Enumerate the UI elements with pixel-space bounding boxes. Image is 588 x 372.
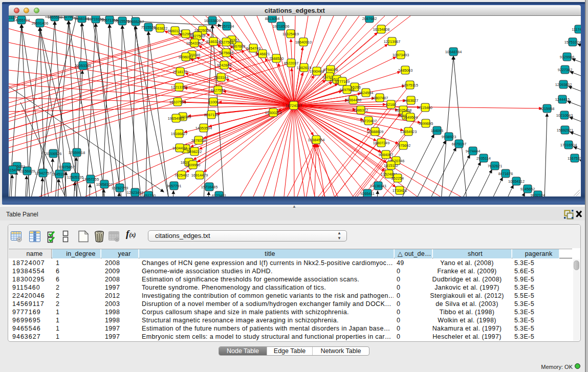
svg-text:9896012: 9896012 [179,55,193,59]
svg-text:252254: 252254 [391,176,404,181]
svg-text:1990448: 1990448 [310,69,324,74]
svg-text:10648784: 10648784 [445,50,462,54]
svg-text:2803144: 2803144 [214,75,228,80]
svg-text:1733426: 1733426 [393,188,407,193]
svg-text:7485063: 7485063 [398,68,412,73]
svg-text:1244415: 1244415 [555,97,570,102]
svg-text:20691406: 20691406 [32,21,48,26]
svg-text:1615112: 1615112 [384,163,398,168]
svg-text:9463627: 9463627 [404,98,418,103]
svg-text:19166827: 19166827 [171,132,187,136]
svg-text:6497508: 6497508 [340,87,354,92]
svg-text:9327508: 9327508 [219,40,233,45]
svg-text:10654112: 10654112 [508,179,525,184]
svg-text:6794028: 6794028 [323,68,338,72]
svg-text:9699695: 9699695 [419,121,433,126]
svg-text:7663822: 7663822 [153,26,167,31]
svg-text:12213369: 12213369 [171,85,187,90]
svg-text:16033809: 16033809 [204,18,221,23]
svg-text:9315478: 9315478 [9,168,20,172]
svg-text:3624554: 3624554 [359,91,373,95]
svg-text:8215958: 8215958 [540,106,554,111]
svg-text:62160: 62160 [386,102,396,107]
svg-text:9832104: 9832104 [531,193,545,196]
svg-text:9474444: 9474444 [466,149,480,154]
svg-text:15751074: 15751074 [564,40,581,45]
svg-text:16107553: 16107553 [169,100,186,104]
svg-text:12942757: 12942757 [35,171,51,176]
svg-text:6879197: 6879197 [452,142,466,146]
svg-text:1809950: 1809950 [186,163,200,167]
svg-text:10688609: 10688609 [367,129,383,134]
svg-text:20053346: 20053346 [75,63,91,68]
svg-text:10210643: 10210643 [556,113,573,118]
svg-text:9938923: 9938923 [442,135,456,139]
svg-text:16154808: 16154808 [373,27,389,32]
svg-text:16914479: 16914479 [191,173,208,178]
svg-text:7632621: 7632621 [488,164,502,168]
svg-text:12213967: 12213967 [384,39,400,44]
svg-text:9227342: 9227342 [558,68,572,72]
svg-text:15692921: 15692921 [557,128,573,133]
svg-text:17957255: 17957255 [82,177,99,182]
svg-text:7986372: 7986372 [354,108,368,113]
svg-text:12975115: 12975115 [402,83,418,87]
svg-text:11156829: 11156829 [19,169,35,173]
svg-text:1527602: 1527602 [61,16,76,19]
svg-text:15716485: 15716485 [201,185,217,189]
svg-text:12093832: 12093832 [555,82,572,87]
svg-text:5498222: 5498222 [187,149,202,154]
svg-text:7357234: 7357234 [220,24,234,29]
svg-text:12505135: 12505135 [67,175,83,180]
svg-text:2867608: 2867608 [231,44,245,49]
svg-text:1065526: 1065526 [48,16,62,19]
svg-text:8267130: 8267130 [204,113,219,117]
svg-text:20206526: 20206526 [45,151,61,156]
svg-text:9777169: 9777169 [335,79,350,84]
svg-text:14055724: 14055724 [13,18,30,23]
svg-text:10975867: 10975867 [58,165,75,169]
svg-text:8427552: 8427552 [211,88,225,93]
svg-text:11006: 11006 [208,100,219,104]
svg-text:13654923: 13654923 [400,129,417,134]
svg-text:12923448: 12923448 [127,190,143,195]
svg-text:2087682: 2087682 [362,16,377,21]
svg-text:1649504: 1649504 [403,115,418,120]
svg-text:9242848: 9242848 [217,63,231,68]
svg-text:2718170: 2718170 [173,70,187,74]
svg-text:8186328: 8186328 [206,39,221,44]
svg-text:15720407: 15720407 [360,119,377,123]
svg-text:10807487: 10807487 [372,96,388,100]
svg-text:9245652: 9245652 [520,187,535,191]
svg-text:5875685: 5875685 [219,51,233,55]
svg-text:1145194: 1145194 [52,172,67,177]
svg-text:19218506: 19218506 [273,24,289,29]
svg-text:19384554: 19384554 [308,138,324,142]
svg-text:8522037: 8522037 [284,61,298,65]
svg-text:8471676: 8471676 [498,171,513,176]
svg-text:1117453: 1117453 [572,27,581,32]
svg-text:1604427: 1604427 [172,146,187,150]
svg-text:19654985: 19654985 [168,116,184,121]
svg-text:9657791: 9657791 [167,184,181,188]
svg-text:17016504: 17016504 [560,143,577,147]
svg-text:19300273: 19300273 [265,111,281,115]
svg-text:9329966: 9329966 [560,55,574,59]
svg-text:18807249: 18807249 [373,141,389,145]
svg-text:16543382: 16543382 [186,41,203,46]
svg-text:8813054: 8813054 [265,16,279,21]
svg-text:14136141: 14136141 [370,184,386,188]
svg-text:14353594: 14353594 [195,126,212,130]
svg-text:7588520: 7588520 [269,56,284,61]
svg-text:18640910: 18640910 [295,40,312,45]
svg-text:2935114: 2935114 [476,156,491,161]
svg-text:9265411: 9265411 [360,191,375,196]
svg-text:10973493: 10973493 [393,53,409,57]
svg-text:164095: 164095 [431,128,443,133]
svg-text:20364436: 20364436 [345,98,361,102]
svg-text:9084067: 9084067 [379,152,393,157]
svg-text:3878334: 3878334 [191,138,206,143]
svg-text:1167533: 1167533 [568,156,581,161]
svg-text:7975692: 7975692 [396,143,410,148]
svg-text:10655267: 10655267 [127,19,144,24]
